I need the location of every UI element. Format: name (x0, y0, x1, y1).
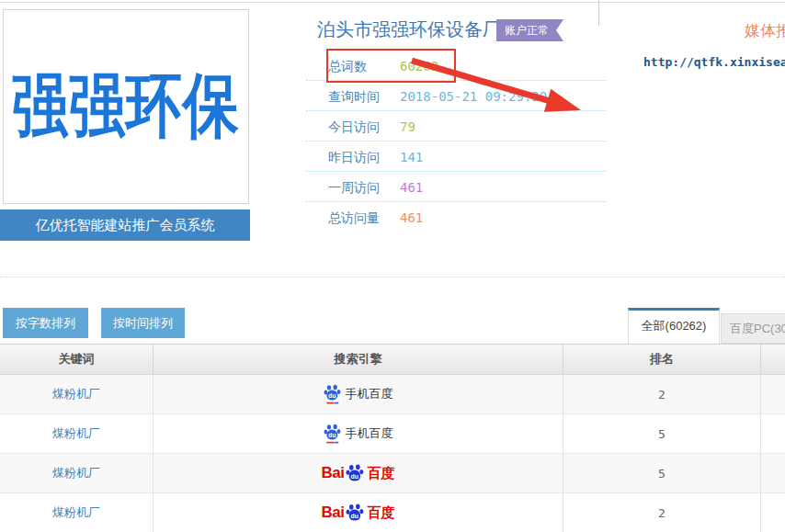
keyword-link[interactable]: 煤粉机厂 (52, 465, 100, 481)
baidu-paw-app-icon: du (324, 383, 342, 405)
svg-text:du: du (328, 432, 336, 438)
svg-text:du: du (328, 392, 336, 399)
baidu-paw-icon: du (346, 503, 365, 523)
stat-value: 461 (400, 180, 423, 195)
engine-label: 手机百度 (346, 425, 393, 442)
page-title: 泊头市强强环保设备厂 (317, 17, 501, 42)
baidu-paw-icon: du (346, 463, 365, 483)
account-status-badge: 账户正常 (496, 19, 563, 41)
engine-mobile-baidu: du 手机百度 (324, 383, 393, 405)
tab-all[interactable]: 全部(60262) (628, 308, 720, 344)
keyword-rank-table: 关键词 搜索引擎 排名 煤粉机厂 du (0, 344, 785, 532)
engine-baidu-pc: Bai du 百度 (322, 503, 395, 523)
stat-label: 总访问量 (328, 203, 400, 233)
tab-baidu-pc[interactable]: 百度PC(30 (721, 313, 785, 344)
keyword-link[interactable]: 煤粉机厂 (52, 425, 100, 442)
keyword-link[interactable]: 煤粉机厂 (52, 504, 100, 521)
sort-by-time-button[interactable]: 按时间排列 (101, 308, 185, 338)
stat-value: 141 (400, 150, 423, 164)
member-system-banner: 亿优托智能建站推广会员系统 (0, 209, 250, 241)
stat-row: 昨日访问141 (306, 141, 606, 172)
stat-label: 昨日访问 (328, 142, 400, 173)
keyword-link[interactable]: 煤粉机厂 (52, 386, 100, 402)
engine-mobile-baidu: du 手机百度 (324, 423, 393, 445)
keyword-rank-dashboard: 强强环保 亿优托智能建站推广会员系统 泊头市强强环保设备厂 账户正常 总词数60… (0, 0, 785, 532)
site-logo: 强强环保 (3, 9, 249, 204)
engine-label: 手机百度 (346, 386, 393, 402)
rank-value: 5 (658, 427, 666, 441)
stat-value: 79 (400, 119, 415, 134)
section-divider (0, 277, 785, 277)
baidu-logo-prefix: Bai (322, 464, 345, 482)
svg-text:du: du (351, 513, 359, 519)
sort-by-words-button[interactable]: 按字数排列 (3, 308, 88, 338)
stat-row: 一周访问461 (306, 172, 606, 202)
stat-label: 一周访问 (328, 173, 400, 203)
table-header-engine: 搜索引擎 (154, 345, 563, 374)
stat-value: 461 (400, 210, 423, 225)
svg-text:du: du (351, 473, 359, 480)
annotation-arrow-icon (404, 53, 588, 116)
site-url-link[interactable]: http://qtfk.xinxisea. (643, 55, 785, 69)
baidu-logo-suffix: 百度 (367, 504, 394, 522)
table-header-row: 关键词 搜索引擎 排名 (0, 344, 785, 375)
rank-value: 2 (658, 388, 666, 402)
table-header-rank: 排名 (563, 345, 761, 374)
top-divider (0, 2, 785, 3)
member-system-banner-label: 亿优托智能建站推广会员系统 (36, 217, 215, 234)
stat-row: 总访问量461 (306, 202, 606, 232)
table-row: 煤粉机厂 du 手机百度 (0, 414, 785, 454)
site-logo-text: 强强环保 (12, 60, 240, 154)
stat-label: 查询时间 (328, 82, 400, 112)
baidu-logo-prefix: Bai (322, 504, 345, 522)
baidu-logo-suffix: 百度 (367, 465, 394, 482)
rank-value: 2 (658, 506, 666, 520)
table-row: 煤粉机厂 du 手机百度 (0, 375, 785, 414)
table-row: 煤粉机厂 du Bai (0, 493, 785, 532)
baidu-paw-app-icon: du (324, 423, 342, 445)
table-body: 煤粉机厂 du 手机百度 (0, 375, 785, 532)
header-divider-fragment (598, 0, 599, 26)
table-row: 煤粉机厂 du Bai (0, 454, 785, 493)
rank-value: 5 (658, 467, 666, 481)
engine-baidu-pc: Bai du 百度 (322, 463, 395, 483)
table-header-keyword: 关键词 (0, 345, 154, 374)
media-section-heading: 媒体推 (745, 20, 785, 41)
table-header-extra (761, 345, 785, 374)
stat-label: 今日访问 (328, 112, 400, 142)
